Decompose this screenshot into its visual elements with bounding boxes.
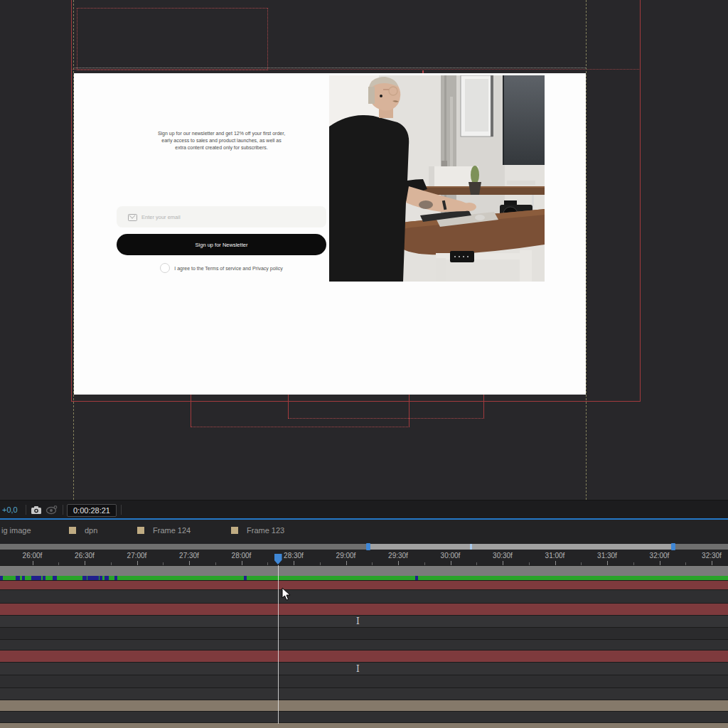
email-placeholder: Enter your email (141, 214, 181, 220)
layer-bounds-dotted-rect (77, 8, 268, 70)
timeline-ruler[interactable]: 26:00f26:30f27:00f27:30f28:00f28:30f29:0… (0, 550, 728, 565)
tab-label: dpn (85, 526, 97, 535)
signup-button[interactable]: Sign up for Newsletter (117, 234, 326, 255)
timeline-layer-row[interactable] (0, 627, 728, 639)
timeline-layer-row[interactable] (0, 589, 728, 603)
timeline-layer-row[interactable] (0, 662, 728, 675)
camera-icon[interactable] (31, 505, 42, 515)
timeline-layer-row[interactable] (0, 603, 728, 615)
timeline-layer-row[interactable] (0, 675, 728, 687)
divider (26, 505, 26, 515)
timeline-tab-frame-123[interactable]: Frame 123 (231, 520, 284, 540)
tab-label-color-swatch (69, 527, 76, 534)
ruler-label: 32:00f (650, 552, 670, 560)
guide-vertical-right (586, 0, 587, 500)
timeline-layer-row[interactable] (0, 639, 728, 650)
layer-bounds-rect-below-2 (288, 395, 484, 419)
ruler-label: 26:30f (75, 552, 95, 560)
show-snapshot-icon[interactable] (46, 505, 58, 515)
work-area-start-handle[interactable] (366, 543, 370, 550)
ruler-label: 28:00f (232, 552, 252, 560)
consent-row: I agree to the Terms of service and Priv… (117, 263, 326, 273)
composition-viewer[interactable]: Sign up for our newsletter and get 12% o… (0, 0, 728, 500)
divider (121, 505, 122, 515)
ruler-label: 30:30f (493, 552, 513, 560)
render-bar-cached-segment (100, 576, 102, 580)
render-progress-bar (0, 576, 728, 580)
tab-label-color-swatch (231, 527, 238, 534)
ruler-label: 29:00f (336, 552, 356, 560)
render-bar-cached-segment (82, 576, 87, 580)
render-bar-cached-segment (87, 576, 99, 580)
render-bar-cached-segment (415, 576, 418, 580)
ruler-label: 27:00f (127, 552, 147, 560)
render-bar-cached-segment (31, 576, 41, 580)
coordinates-readout: +0,0 (2, 505, 18, 514)
text-ibeam-icon: I (356, 617, 360, 626)
work-area-outside-left (0, 544, 368, 550)
tab-label: Frame 123 (247, 526, 284, 535)
mouse-cursor (282, 587, 291, 601)
signup-button-label: Sign up for Newsletter (196, 242, 248, 248)
timeline-tracks[interactable]: II (0, 565, 728, 728)
ruler-label: 31:00f (545, 552, 565, 560)
ruler-label: 30:00f (441, 552, 461, 560)
tab-label: ig image (1, 526, 31, 535)
current-time-display[interactable]: 0:00:28:21 (67, 504, 117, 517)
timeline-layer-row[interactable] (0, 711, 728, 722)
timeline-tab-ig-image[interactable]: ig image (1, 520, 31, 540)
consent-checkbox[interactable] (160, 263, 170, 273)
timeline-layer-row[interactable] (0, 565, 728, 576)
ruler-label: 27:30f (179, 552, 199, 560)
ruler-label: 31:30f (597, 552, 617, 560)
text-ibeam-icon: I (356, 665, 360, 673)
work-area-outside-right (674, 544, 728, 550)
timeline-layer-row[interactable] (0, 580, 728, 589)
email-field[interactable]: Enter your email (117, 206, 326, 228)
hero-photo (329, 75, 545, 282)
comp-canvas[interactable]: Sign up for our newsletter and get 12% o… (74, 73, 586, 395)
timeline-layer-row[interactable] (0, 615, 728, 627)
consent-label: I agree to the Terms of service and Priv… (174, 266, 282, 271)
render-bar-cached-segment (0, 576, 3, 580)
envelope-icon (128, 214, 137, 221)
work-area-end-handle[interactable] (671, 543, 675, 550)
timeline-tab-frame-124[interactable]: Frame 124 (137, 520, 191, 540)
timeline-layer-row[interactable] (0, 722, 728, 728)
playhead-line (278, 565, 279, 724)
render-bar-cached-segment (105, 576, 109, 580)
timeline-layer-row[interactable] (0, 650, 728, 662)
render-bar-cached-segment (53, 576, 57, 580)
ruler-label: 26:00f (23, 552, 43, 560)
guide-dotted-gray (73, 68, 586, 68)
render-bar-cached-segment (22, 576, 25, 580)
timeline-layer-row[interactable] (0, 700, 728, 711)
tab-label: Frame 124 (153, 526, 191, 535)
newsletter-paragraph: Sign up for our newsletter and get 12% o… (117, 130, 326, 151)
timeline-tabs-row: ig imagedpnFrame 124Frame 123 (0, 520, 728, 540)
divider (63, 505, 63, 515)
render-bar-cached-segment (244, 576, 247, 580)
timeline-tab-dpn[interactable]: dpn (69, 520, 97, 540)
work-area-bar[interactable] (368, 544, 674, 550)
work-area-marker (470, 544, 472, 550)
render-bar-cached-segment (114, 576, 117, 580)
ruler-label: 32:30f (702, 552, 722, 560)
ruler-label: 29:30f (388, 552, 408, 560)
guide-dotted-red (71, 69, 639, 70)
ruler-label: 28:30f (284, 552, 304, 560)
timeline-layer-row[interactable] (0, 687, 728, 700)
comp-panel-footer: +0,0 0:00:28:21 (0, 500, 728, 519)
render-bar-cached-segment (16, 576, 20, 580)
render-bar-cached-segment (43, 576, 46, 580)
tab-label-color-swatch (137, 527, 144, 534)
work-area-strip (0, 540, 728, 550)
